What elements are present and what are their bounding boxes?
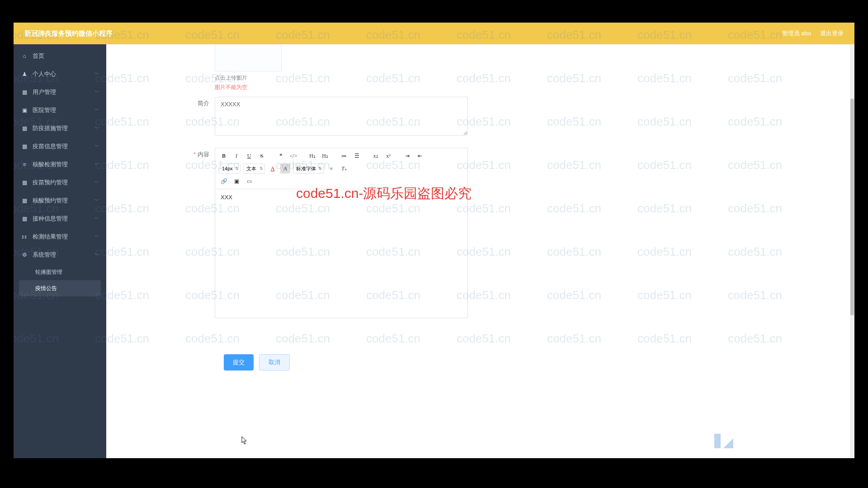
bold-icon[interactable]: B xyxy=(219,151,229,161)
admin-label[interactable]: 管理员 abo xyxy=(782,29,811,38)
sidebar-item-label: 疫苗预约管理 xyxy=(33,178,68,187)
intro-textarea[interactable] xyxy=(215,97,468,136)
image-icon[interactable]: ▣ xyxy=(231,176,241,186)
sidebar-item-vaccine-info[interactable]: ▦ 疫苗信息管理 ﹀ xyxy=(14,137,106,155)
sidebar-item-label: 疫苗信息管理 xyxy=(33,142,68,150)
sidebar-item-nucleic-test[interactable]: ≡ 核酸检测管理 ﹀ xyxy=(14,155,106,174)
clear-format-icon[interactable]: Tₓ xyxy=(339,164,349,174)
sidebar-item-prevention[interactable]: ▦ 防疫措施管理 ﹀ xyxy=(14,119,106,137)
sidebar-item-label: 疫情公告 xyxy=(35,285,57,292)
sidebar-sub-carousel[interactable]: 轮播图管理 xyxy=(14,264,106,280)
font-size-select[interactable]: 14px xyxy=(219,164,241,174)
h1-icon[interactable]: H₁ xyxy=(307,151,317,161)
list-icon: ≡ xyxy=(21,161,28,168)
sidebar-item-label: 首页 xyxy=(33,52,44,60)
h2-icon[interactable]: H₂ xyxy=(320,151,330,161)
image-upload-box[interactable] xyxy=(215,44,282,71)
sidebar-item-nucleic-appt[interactable]: ▦ 核酸预约管理 ﹀ xyxy=(14,192,106,210)
sidebar-item-system[interactable]: ⚙ 系统管理 ﹀ xyxy=(14,246,106,264)
underline-icon[interactable]: U xyxy=(244,151,254,161)
sidebar-item-label: 检测结果管理 xyxy=(33,233,68,241)
home-icon: ⌂ xyxy=(21,52,28,60)
sidebar-item-label: 用户管理 xyxy=(33,88,56,96)
sidebar-sub-announcement[interactable]: 疫情公告 xyxy=(19,280,101,296)
block-format-select[interactable]: 文本 xyxy=(243,164,265,174)
bg-color-icon[interactable]: A xyxy=(280,164,290,174)
quote-icon[interactable]: ❝ xyxy=(276,151,286,161)
decorative-shape xyxy=(710,430,737,453)
chevron-down-icon: ﹀ xyxy=(94,161,99,168)
cursor-icon xyxy=(241,436,249,446)
submit-button[interactable]: 提交 xyxy=(224,354,254,371)
chevron-down-icon: ﹀ xyxy=(94,179,99,186)
link-icon[interactable]: 🔗 xyxy=(219,176,229,186)
sidebar-item-label: 防疫措施管理 xyxy=(33,124,68,132)
upload-error: 图片不能为空 xyxy=(215,84,282,91)
unordered-list-icon[interactable]: ☰ xyxy=(352,151,362,161)
chevron-down-icon: ﹀ xyxy=(94,197,99,204)
align-icon[interactable]: ≡ xyxy=(326,164,336,174)
grid-icon: ▦ xyxy=(21,125,28,132)
video-icon[interactable]: ▭ xyxy=(244,176,254,186)
logout-link[interactable]: 退出登录 xyxy=(820,29,844,38)
chevron-down-icon: ﹀ xyxy=(94,252,99,258)
user-icon: ♟ xyxy=(21,70,28,78)
grid-icon: ▦ xyxy=(21,89,28,96)
subscript-icon[interactable]: x₂ xyxy=(371,151,381,161)
sidebar-item-label: 轮播图管理 xyxy=(35,268,62,276)
sidebar-item-label: 系统管理 xyxy=(33,251,56,259)
cancel-button[interactable]: 取消 xyxy=(259,354,290,371)
sidebar-item-hospital[interactable]: ▣ 医院管理 ﹀ xyxy=(14,101,106,119)
text-color-icon[interactable]: A xyxy=(268,164,278,174)
sidebar-item-test-result[interactable]: ⫾⫾ 检测结果管理 ﹀ xyxy=(14,228,106,246)
superscript-icon[interactable]: x² xyxy=(383,151,393,161)
app-window: 新冠肺炎服务预约微信小程序 管理员 abo 退出登录 ⌂ 首页 ♟ 个人中心 ﹀… xyxy=(14,23,854,458)
strikethrough-icon[interactable]: S xyxy=(257,151,267,161)
chevron-down-icon: ﹀ xyxy=(94,125,99,131)
content-label: 内容 xyxy=(106,148,215,318)
italic-icon[interactable]: I xyxy=(231,151,241,161)
editor-content[interactable]: XXX xyxy=(215,189,467,318)
chart-icon: ⫾⫾ xyxy=(21,233,28,240)
chevron-down-icon: ﹀ xyxy=(94,234,99,240)
sidebar-item-label: 核酸检测管理 xyxy=(33,160,68,169)
scrollbar-thumb[interactable] xyxy=(850,99,854,315)
chevron-down-icon: ﹀ xyxy=(94,89,99,95)
ordered-list-icon[interactable]: ≔ xyxy=(339,151,349,161)
scrollbar[interactable] xyxy=(850,44,854,458)
grid-icon: ▦ xyxy=(21,143,28,150)
intro-label: 简介 xyxy=(106,97,215,137)
code-icon[interactable]: </> xyxy=(288,151,298,161)
chevron-down-icon: ﹀ xyxy=(94,71,99,77)
sidebar-item-label: 核酸预约管理 xyxy=(33,197,68,205)
sidebar-item-vaccination-info[interactable]: ▦ 接种信息管理 ﹀ xyxy=(14,210,106,228)
gear-icon: ⚙ xyxy=(21,251,28,258)
font-family-select[interactable]: 标准字体 xyxy=(293,164,324,174)
sidebar-item-personal[interactable]: ♟ 个人中心 ﹀ xyxy=(14,65,106,83)
sidebar-item-label: 个人中心 xyxy=(33,70,56,78)
sidebar-item-home[interactable]: ⌂ 首页 xyxy=(14,47,106,65)
sidebar: ⌂ 首页 ♟ 个人中心 ﹀ ▦ 用户管理 ﹀ ▣ 医院管理 ﹀ ▦ 防疫措施管理 xyxy=(14,44,106,458)
header-bar: 新冠肺炎服务预约微信小程序 管理员 abo 退出登录 xyxy=(14,23,854,44)
chevron-down-icon: ﹀ xyxy=(94,143,99,150)
indent-icon[interactable]: ⇥ xyxy=(402,151,412,161)
editor-toolbar: B I U S ❝ </> H₁ H₂ ≔ ☰ xyxy=(215,148,467,189)
briefcase-icon: ▣ xyxy=(21,107,28,114)
outdent-icon[interactable]: ⇤ xyxy=(415,151,425,161)
sidebar-item-user-mgmt[interactable]: ▦ 用户管理 ﹀ xyxy=(14,83,106,101)
chevron-down-icon: ﹀ xyxy=(94,216,99,222)
app-title: 新冠肺炎服务预约微信小程序 xyxy=(24,29,113,38)
rich-text-editor: B I U S ❝ </> H₁ H₂ ≔ ☰ xyxy=(215,148,468,318)
grid-icon: ▦ xyxy=(21,197,28,204)
grid-icon: ▦ xyxy=(21,179,28,186)
content-area: 点击上传图片 图片不能为空 简介 内容 B I U xyxy=(106,44,854,458)
upload-hint: 点击上传图片 xyxy=(215,74,282,82)
sidebar-item-label: 接种信息管理 xyxy=(33,215,68,223)
sidebar-item-vaccine-appt[interactable]: ▦ 疫苗预约管理 ﹀ xyxy=(14,174,106,192)
sidebar-item-label: 医院管理 xyxy=(33,106,56,114)
grid-icon: ▦ xyxy=(21,215,28,222)
chevron-down-icon: ﹀ xyxy=(94,107,99,113)
